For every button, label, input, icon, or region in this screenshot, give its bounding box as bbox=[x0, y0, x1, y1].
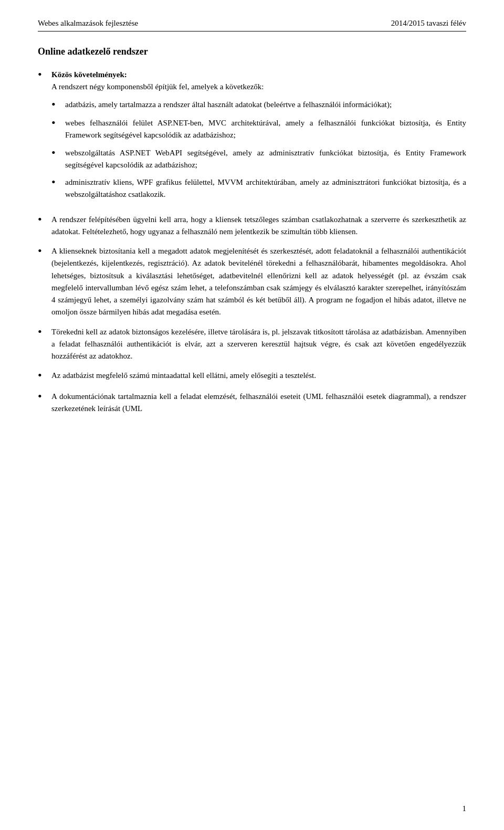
bullet-icon: • bbox=[38, 368, 49, 383]
list-item-documentation: • A dokumentációnak tartalmaznia kell a … bbox=[38, 391, 466, 415]
page: Webes alkalmazások fejlesztése 2014/2015… bbox=[0, 0, 504, 830]
sub-list-item-client: • adminisztratív kliens, WPF grafikus fe… bbox=[51, 176, 466, 201]
bullet-icon: • bbox=[38, 324, 49, 340]
main-list: • Közös követelmények: A rendszert négy … bbox=[38, 69, 466, 415]
bullet-icon: • bbox=[38, 389, 49, 404]
header-course-title: Webes alkalmazások fejlesztése bbox=[38, 19, 138, 28]
sub-item-client-text: adminisztratív kliens, WPF grafikus felü… bbox=[65, 176, 466, 201]
sub-list-item-webservice: • webszolgáltatás ASP.NET WebAPI segítsé… bbox=[51, 147, 466, 172]
sub-item-webservice-text: webszolgáltatás ASP.NET WebAPI segítségé… bbox=[65, 147, 466, 172]
sub-list: • adatbázis, amely tartalmazza a rendsze… bbox=[51, 99, 466, 201]
clients-text: A rendszer felépítésében ügyelni kell ar… bbox=[51, 214, 466, 238]
list-item-requirements: • Közös követelmények: A rendszert négy … bbox=[38, 69, 466, 206]
bullet-icon: • bbox=[38, 212, 49, 227]
list-item-security: • Törekedni kell az adatok biztonságos k… bbox=[38, 326, 466, 363]
sub-item-web-text: webes felhasználói felület ASP.NET-ben, … bbox=[65, 117, 466, 142]
page-header: Webes alkalmazások fejlesztése 2014/2015… bbox=[38, 19, 466, 31]
requirements-content: Közös követelmények: A rendszert négy ko… bbox=[51, 69, 466, 206]
sub-item-db-text: adatbázis, amely tartalmazza a rendszer … bbox=[65, 99, 466, 111]
bullet-icon: • bbox=[38, 244, 49, 259]
sub-bullet-icon: • bbox=[51, 145, 63, 161]
sub-list-item-web: • webes felhasználói felület ASP.NET-ben… bbox=[51, 117, 466, 142]
header-semester: 2014/2015 tavaszi félév bbox=[391, 19, 466, 28]
list-item-sample-data: • Az adatbázist megfelelő számú mintaada… bbox=[38, 370, 466, 383]
list-item-clients: • A rendszer felépítésében ügyelni kell … bbox=[38, 214, 466, 238]
sub-bullet-icon: • bbox=[51, 115, 63, 131]
intro-text: A rendszert négy komponensből építjük fe… bbox=[51, 82, 264, 91]
page-title: Online adatkezelő rendszer bbox=[38, 46, 466, 57]
list-item-validation: • A klienseknek biztosítania kell a mega… bbox=[38, 245, 466, 319]
documentation-text: A dokumentációnak tartalmaznia kell a fe… bbox=[51, 391, 466, 415]
sample-data-text: Az adatbázist megfelelő számú mintaadatt… bbox=[51, 370, 466, 382]
page-number: 1 bbox=[463, 804, 467, 813]
bullet-icon: • bbox=[38, 67, 49, 82]
sub-bullet-icon: • bbox=[51, 97, 63, 112]
sub-bullet-icon: • bbox=[51, 175, 63, 190]
sub-list-item-db: • adatbázis, amely tartalmazza a rendsze… bbox=[51, 99, 466, 112]
security-text: Törekedni kell az adatok biztonságos kez… bbox=[51, 326, 466, 363]
section-title: Közös követelmények: bbox=[51, 70, 127, 79]
validation-text: A klienseknek biztosítania kell a megado… bbox=[51, 245, 466, 319]
